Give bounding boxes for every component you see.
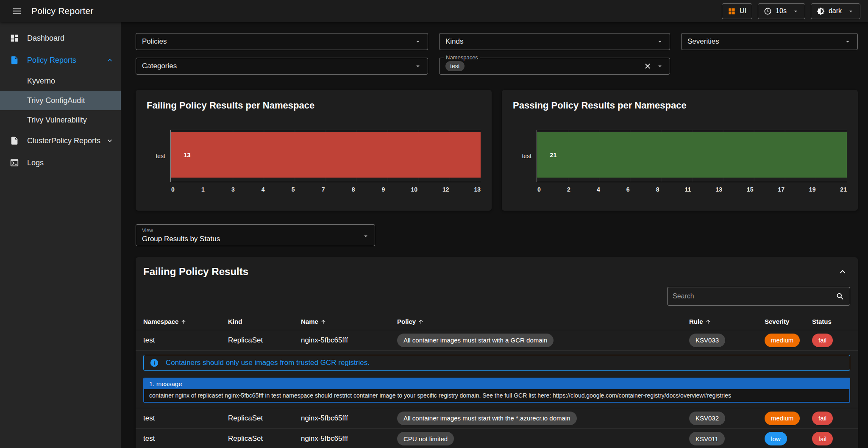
tick-label: 11 [685, 186, 691, 193]
table-row[interactable]: test ReplicaSet nginx-5fbc65fff All cont… [136, 408, 858, 429]
sidebar-item-label: Policy Reports [27, 56, 76, 65]
x-axis-ticks: 0 2 4 6 8 11 13 15 17 19 21 [537, 186, 847, 193]
sidebar-item-dashboard[interactable]: Dashboard [0, 27, 121, 49]
namespaces-select[interactable]: Namespaces test [439, 58, 670, 75]
policy-chip: All container images must start with a G… [397, 334, 554, 347]
hamburger-icon [12, 6, 22, 16]
y-axis-label: test [513, 130, 537, 182]
column-header-rule[interactable]: Rule [689, 318, 765, 325]
sidebar: Dashboard Policy Reports Kyverno Trivy C… [0, 22, 121, 448]
view-select-label: View [142, 228, 369, 234]
main-content: Policies Kinds Severities Categories [121, 22, 868, 448]
failing-bar: 13 [171, 132, 481, 178]
severities-select[interactable]: Severities [681, 33, 858, 50]
tick-label: 6 [626, 186, 631, 193]
menu-button[interactable] [8, 2, 26, 20]
column-header-namespace[interactable]: Namespace [143, 318, 228, 325]
tick-label: 13 [474, 186, 481, 193]
view-row: View Group Results by Status [136, 224, 858, 246]
cell-kind: ReplicaSet [228, 434, 301, 443]
cell-namespace: test [143, 434, 228, 443]
chart-title: Failing Policy Results per Namespace [147, 100, 481, 111]
bar-value-label: 13 [171, 151, 191, 159]
sidebar-item-logs[interactable]: Logs [0, 152, 121, 174]
tick-label: 9 [381, 186, 386, 193]
column-header-policy[interactable]: Policy [397, 318, 689, 325]
clear-icon[interactable] [643, 62, 652, 70]
tick-label: 15 [747, 186, 754, 193]
sidebar-item-label: Dashboard [27, 34, 64, 43]
sidebar-item-clusterpolicy-reports[interactable]: ClusterPolicy Reports [0, 130, 121, 152]
column-header-status[interactable]: Status [812, 318, 850, 325]
sidebar-item-trivy-configaudit[interactable]: Trivy ConfigAudit [0, 91, 121, 110]
policy-chip: CPU not limited [397, 432, 454, 445]
chevron-down-icon [414, 38, 422, 45]
cell-name: nginx-5fbc65fff [301, 414, 397, 423]
table-row[interactable]: test ReplicaSet nginx-5fbc65fff CPU not … [136, 429, 858, 448]
column-header-name[interactable]: Name [301, 318, 397, 325]
results-header: Failing Policy Results [136, 257, 858, 278]
tick-label: 13 [715, 186, 722, 193]
failing-chart: test 13 [147, 130, 481, 182]
sidebar-item-label: Kyverno [27, 77, 55, 86]
rule-chip: KSV011 [689, 432, 725, 445]
column-label: Kind [228, 318, 242, 325]
expanded-row-detail: Containers should only use images from t… [136, 351, 858, 408]
tick-label: 1 [200, 186, 206, 193]
search-input[interactable] [673, 292, 836, 300]
chevron-down-icon [106, 136, 114, 145]
namespace-chip: test [445, 61, 465, 71]
ui-button-label: UI [740, 7, 746, 15]
sidebar-item-label: Trivy Vulnerability [27, 116, 87, 125]
policies-select[interactable]: Policies [136, 33, 428, 50]
chart-plot-area: 13 [170, 130, 481, 182]
grid-icon [728, 7, 736, 15]
refresh-interval-value: 10s [776, 7, 787, 15]
search-row [136, 278, 858, 306]
failing-policy-results-card: Failing Policy Results Name [136, 257, 858, 448]
column-label: Status [812, 318, 832, 325]
categories-select-label: Categories [142, 62, 177, 70]
policies-select-label: Policies [142, 37, 167, 46]
column-label: Name [301, 318, 318, 325]
sidebar-item-policy-reports[interactable]: Policy Reports [0, 49, 121, 71]
sidebar-item-kyverno[interactable]: Kyverno [0, 71, 121, 91]
status-badge: fail [812, 334, 833, 347]
sidebar-item-trivy-vulnerability[interactable]: Trivy Vulnerability [0, 110, 121, 130]
tick-label: 4 [261, 186, 266, 193]
info-icon [150, 358, 159, 367]
sort-asc-icon [705, 319, 711, 325]
table-row[interactable]: test ReplicaSet nginx-5fbc65fff All cont… [136, 330, 858, 351]
charts-row: Failing Policy Results per Namespace tes… [136, 90, 858, 211]
refresh-interval-select[interactable]: 10s [758, 3, 805, 19]
column-label: Policy [397, 318, 416, 325]
view-select[interactable]: View Group Results by Status [136, 224, 375, 246]
status-badge: fail [812, 432, 833, 445]
column-header-kind[interactable]: Kind [228, 318, 301, 325]
kinds-select[interactable]: Kinds [439, 33, 670, 50]
chevron-down-icon [847, 8, 854, 15]
column-header-severity[interactable]: Severity [765, 318, 812, 325]
chevron-down-icon [792, 8, 799, 15]
document-icon [8, 56, 20, 65]
console-icon [8, 158, 20, 167]
tick-label: 19 [809, 186, 816, 193]
bar-value-label: 21 [537, 151, 557, 159]
passing-chart: test 21 [513, 130, 847, 182]
cell-name: nginx-5fbc65fff [301, 434, 397, 443]
results-title: Failing Policy Results [143, 266, 248, 278]
ui-button[interactable]: UI [722, 3, 752, 19]
passing-results-chart-card: Passing Policy Results per Namespace tes… [502, 90, 858, 211]
namespaces-select-label: Namespaces [444, 54, 480, 61]
categories-select[interactable]: Categories [136, 58, 428, 75]
theme-select[interactable]: dark [811, 3, 860, 19]
chevron-up-icon [106, 56, 114, 64]
theme-value: dark [829, 7, 842, 15]
chevron-down-icon [656, 62, 664, 70]
sidebar-item-label: Trivy ConfigAudit [27, 96, 85, 105]
collapse-button[interactable] [837, 267, 848, 277]
sidebar-item-label: Logs [27, 159, 44, 167]
search-box [667, 287, 850, 306]
table-header: Namespace Kind Name Policy [136, 313, 858, 330]
sidebar-item-label: ClusterPolicy Reports [27, 136, 100, 145]
